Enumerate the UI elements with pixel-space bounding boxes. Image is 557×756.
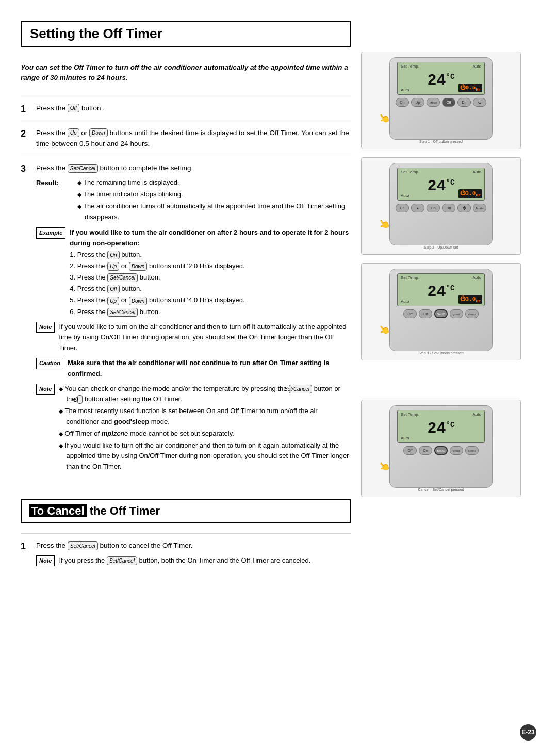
step-3-text2: button to complete the setting. bbox=[100, 164, 193, 172]
btn-down-2: Dn bbox=[442, 204, 455, 212]
display-2-label-left: Set Temp. bbox=[401, 170, 419, 174]
hand-2: 👆 bbox=[376, 216, 392, 232]
setcancel-btn-icon2: Set/Cancel bbox=[107, 273, 138, 282]
remote-2: Set Temp. Auto 24°C Auto ⏻3.0Hr Up ▲ On … bbox=[389, 163, 493, 245]
up-btn-icon2: Up bbox=[107, 262, 119, 271]
cancel-note-block: Note If you press the Set/Cancel button,… bbox=[36, 555, 351, 567]
example-step-4: 4. Press the Off button. bbox=[70, 283, 351, 294]
image-4: Set Temp. Auto 24°C Auto Off On Set/C go… bbox=[361, 400, 521, 497]
btn-setcancel-4: Set/C bbox=[434, 446, 448, 455]
temp-2-unit: °C bbox=[446, 178, 455, 187]
buttons-row-2: Up ▲ On Dn ⏻ Mode bbox=[393, 204, 489, 212]
example-label: Example bbox=[36, 227, 65, 239]
temp-4: 24°C bbox=[428, 420, 455, 437]
step-2-or: or bbox=[81, 129, 89, 137]
note1-block: Note If you would like to turn on the ai… bbox=[36, 322, 351, 354]
onoff-btn-icon: ⏻ bbox=[77, 395, 83, 404]
remote-4: Set Temp. Auto 24°C Auto Off On Set/C go… bbox=[389, 405, 493, 488]
example-step-1: 1. Press the On button. bbox=[70, 249, 351, 260]
page-number: E-23 bbox=[520, 724, 536, 741]
btn-on-3: On bbox=[419, 309, 432, 318]
step-1: 1 Press the Off button . bbox=[21, 96, 351, 114]
example-content: If you would like to turn the air condit… bbox=[70, 227, 351, 317]
auto-4-label: Auto bbox=[401, 436, 409, 440]
display-1-header: Set Temp. Auto bbox=[398, 64, 484, 69]
example-step-6: 6. Press the Set/Cancel button. bbox=[70, 306, 351, 318]
btn-on-1: On bbox=[396, 98, 409, 107]
setcancel-btn-icon3: Set/Cancel bbox=[107, 308, 138, 317]
step-2-text: Press the bbox=[36, 129, 68, 137]
caution-text: Make sure that the air conditioner will … bbox=[68, 359, 330, 377]
off-btn-icon: Off bbox=[68, 104, 79, 112]
temp-3-unit: °C bbox=[446, 284, 455, 292]
temp-1: 24°C bbox=[428, 72, 455, 89]
hand-4: 👆 bbox=[376, 458, 392, 474]
note2-bullet-3: Off Timer of mpizone mode cannot be set … bbox=[59, 429, 351, 439]
on-btn-icon: On bbox=[107, 251, 119, 259]
btn-sleep-3: sleep bbox=[465, 309, 479, 318]
note2-bullet-4: If you would like to turn off the air co… bbox=[59, 440, 351, 472]
buttons-row-4: Off On Set/C good sleep bbox=[393, 446, 489, 455]
off-btn-icon2: Off bbox=[107, 285, 119, 293]
section2-title: To Cancel the Off Timer bbox=[29, 504, 342, 518]
section2-title-rest: the Off Timer bbox=[87, 504, 160, 517]
temp-4-unit: °C bbox=[446, 421, 455, 429]
btn-down-1: Dn bbox=[457, 98, 471, 107]
result-label: Result: bbox=[36, 177, 77, 223]
btn-sleep-4: sleep bbox=[465, 446, 479, 455]
cancel-step-1-number: 1 bbox=[21, 540, 36, 570]
setcancel-btn-cancel: Set/Cancel bbox=[68, 541, 98, 550]
caution-block: Caution Make sure that the air condition… bbox=[36, 358, 351, 380]
example-step-2: 2. Press the Up or Down buttons until '2… bbox=[70, 260, 351, 272]
setcancel-btn-icon: Set/Cancel bbox=[68, 164, 98, 173]
result-bullet-1: The remaining time is displayed. bbox=[77, 177, 351, 188]
display-2-label-right: Auto bbox=[473, 170, 481, 174]
btn-mode-2: Mode bbox=[473, 204, 486, 212]
btn-off-1: Off bbox=[442, 98, 455, 107]
result-content: The remaining time is displayed. The tim… bbox=[77, 177, 351, 223]
left-content: Setting the Off Timer You can set the Of… bbox=[21, 21, 361, 735]
display-1-label-right: Auto bbox=[473, 64, 481, 69]
display-4: Set Temp. Auto 24°C Auto bbox=[397, 410, 485, 443]
note2-label: Note bbox=[36, 384, 55, 395]
image-3-label: Step 3 - Set/Cancel pressed bbox=[367, 351, 515, 355]
step-3-text: Press the bbox=[36, 164, 68, 172]
btn-off-4: Off bbox=[403, 446, 417, 455]
section-title-box: Setting the Off Timer bbox=[21, 21, 351, 47]
timer-3: ⏻3.0Hr bbox=[458, 295, 482, 304]
image-1-label: Step 1 - Off button pressed bbox=[367, 140, 515, 143]
cancel-step-1-text2: button to cancel the Off Timer. bbox=[100, 541, 192, 549]
caution-label: Caution bbox=[36, 358, 63, 369]
display-1: Set Temp. Auto 24°C Auto ⏻0.5Hr bbox=[397, 62, 485, 95]
down-btn-icon: Down bbox=[89, 128, 108, 137]
setcancel-btn-cancel2: Set/Cancel bbox=[107, 556, 137, 565]
display-2-header: Set Temp. Auto bbox=[398, 170, 484, 174]
buttons-row-3: Off On Set/C good sleep bbox=[393, 309, 489, 318]
note1-label: Note bbox=[36, 322, 55, 333]
cancel-step-1-text: Press the bbox=[36, 541, 68, 549]
btn-setcancel-3: Set/C bbox=[434, 309, 448, 318]
remote-1: Set Temp. Auto 24°C Auto ⏻0.5Hr On Up Mo… bbox=[389, 57, 493, 140]
hand-1: 👆 bbox=[376, 110, 392, 126]
example-title: If you would like to turn the air condit… bbox=[70, 228, 349, 247]
buttons-row-1: On Up Mode Off Dn ⏻ bbox=[393, 98, 489, 107]
down-btn-icon3: Down bbox=[129, 297, 148, 305]
auto-1-label: Auto bbox=[401, 88, 409, 92]
note2-content: You can check or change the mode and/or … bbox=[59, 384, 351, 473]
note1-content: If you would like to turn on the air con… bbox=[59, 322, 351, 354]
step-1-content: Press the Off button . bbox=[36, 103, 351, 114]
btn-off-3: Off bbox=[403, 309, 417, 318]
btn-on-2: On bbox=[427, 204, 440, 212]
btn-up2-2: ▲ bbox=[411, 204, 424, 212]
btn-up-2: Up bbox=[396, 204, 409, 212]
step-3-number: 3 bbox=[21, 162, 36, 478]
cancel-note-label: Note bbox=[36, 555, 55, 567]
result-bullet-3: The air conditioner turns off automatica… bbox=[77, 201, 351, 223]
step-1-text2: button . bbox=[81, 104, 105, 112]
timer-2-unit: Hr bbox=[476, 193, 481, 198]
note2-bullet-1: You can check or change the mode and/or … bbox=[59, 384, 351, 405]
remote-3: Set Temp. Auto 24°C Auto ⏻3.0Hr Off On S… bbox=[389, 269, 493, 351]
cancel-note-text: If you press the Set/Cancel button, both… bbox=[59, 556, 310, 564]
caution-content: Make sure that the air conditioner will … bbox=[68, 358, 351, 380]
section2-title-box: To Cancel the Off Timer bbox=[21, 499, 351, 523]
